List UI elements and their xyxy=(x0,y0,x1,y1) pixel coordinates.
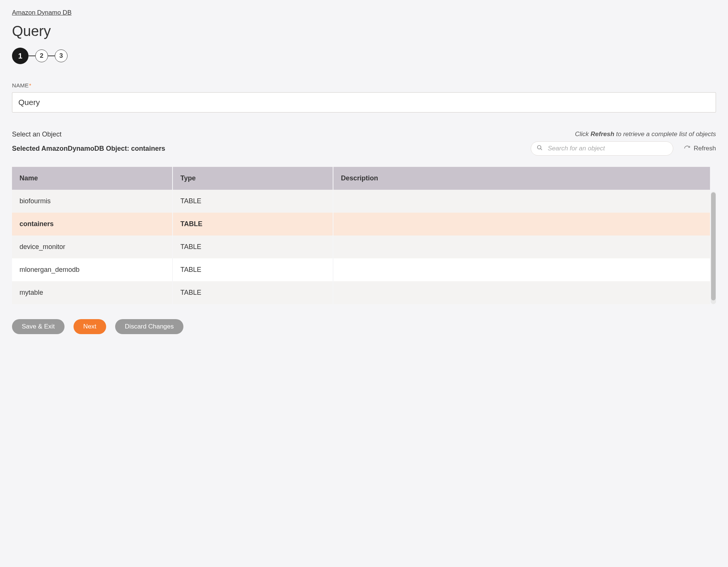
cell-description xyxy=(333,258,710,281)
cell-description xyxy=(333,281,710,304)
step-connector xyxy=(29,56,35,56)
search-icon xyxy=(537,145,543,152)
cell-name: mlonergan_demodb xyxy=(12,258,173,281)
cell-type: TABLE xyxy=(173,236,333,258)
step-connector xyxy=(48,56,55,56)
selected-object-label: Selected AmazonDynamoDB Object: containe… xyxy=(12,145,165,153)
table-header-type: Type xyxy=(173,167,333,190)
cell-name: mytable xyxy=(12,281,173,304)
refresh-icon xyxy=(684,145,690,152)
object-table-wrap: Name Type Description biofourmisTABLEcon… xyxy=(12,167,716,304)
cell-description xyxy=(333,190,710,213)
table-row[interactable]: device_monitorTABLE xyxy=(12,236,710,258)
table-header-description: Description xyxy=(333,167,710,190)
select-object-label: Select an Object xyxy=(12,130,62,138)
table-scrollbar[interactable] xyxy=(711,192,716,304)
refresh-button[interactable]: Refresh xyxy=(684,145,716,152)
name-field-label: NAME* xyxy=(12,82,716,88)
table-row[interactable]: biofourmisTABLE xyxy=(12,190,710,213)
cell-name: containers xyxy=(12,213,173,236)
cell-description xyxy=(333,236,710,258)
table-row[interactable]: containersTABLE xyxy=(12,213,710,236)
action-bar: Save & Exit Next Discard Changes xyxy=(12,319,716,334)
next-button[interactable]: Next xyxy=(74,319,106,334)
table-row[interactable]: mlonergan_demodbTABLE xyxy=(12,258,710,281)
step-3[interactable]: 3 xyxy=(55,50,68,62)
cell-name: device_monitor xyxy=(12,236,173,258)
refresh-hint: Click Refresh to retrieve a complete lis… xyxy=(575,130,716,138)
svg-line-1 xyxy=(540,148,542,150)
cell-type: TABLE xyxy=(173,258,333,281)
required-mark: * xyxy=(29,82,32,88)
step-1[interactable]: 1 xyxy=(12,48,29,64)
search-object-input[interactable] xyxy=(531,141,673,156)
cell-type: TABLE xyxy=(173,190,333,213)
breadcrumb-link[interactable]: Amazon Dynamo DB xyxy=(12,9,72,16)
scrollbar-thumb[interactable] xyxy=(711,192,716,300)
discard-changes-button[interactable]: Discard Changes xyxy=(115,319,183,334)
save-exit-button[interactable]: Save & Exit xyxy=(12,319,65,334)
table-header-name: Name xyxy=(12,167,173,190)
stepper: 1 2 3 xyxy=(12,48,716,64)
name-input[interactable] xyxy=(12,92,716,112)
page-title: Query xyxy=(12,23,716,39)
object-table: Name Type Description biofourmisTABLEcon… xyxy=(12,167,710,304)
svg-point-0 xyxy=(537,146,541,149)
cell-name: biofourmis xyxy=(12,190,173,213)
cell-type: TABLE xyxy=(173,281,333,304)
table-row[interactable]: mytableTABLE xyxy=(12,281,710,304)
step-2[interactable]: 2 xyxy=(35,50,48,62)
refresh-label: Refresh xyxy=(693,145,716,152)
cell-type: TABLE xyxy=(173,213,333,236)
cell-description xyxy=(333,213,710,236)
